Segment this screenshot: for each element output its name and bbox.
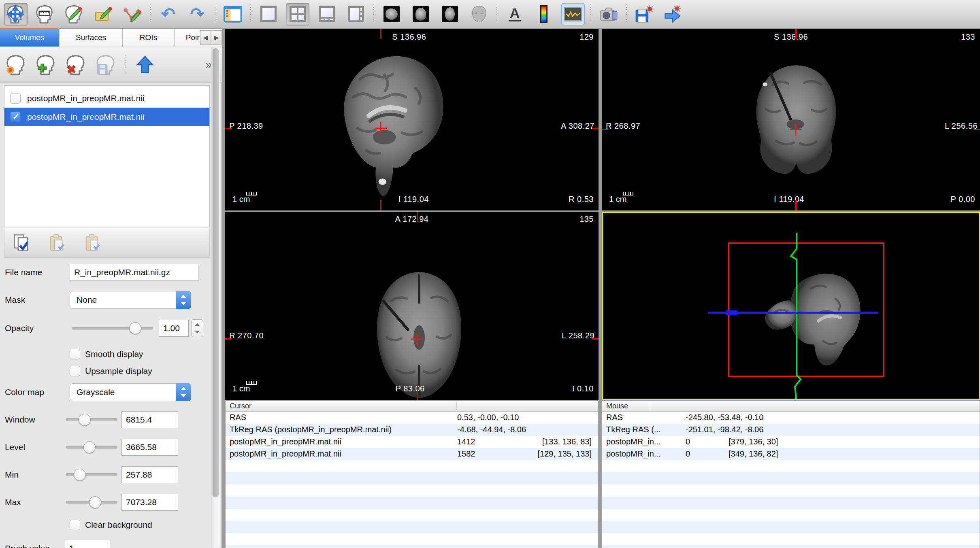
- level-input[interactable]: 3665.58: [121, 439, 178, 456]
- clear-background-checkbox[interactable]: [70, 520, 80, 530]
- level-slider[interactable]: [66, 446, 117, 449]
- window-slider-thumb[interactable]: [79, 414, 91, 426]
- annotation-icon[interactable]: A: [503, 3, 526, 25]
- close-volume-icon[interactable]: [66, 54, 87, 75]
- level-slider-thumb[interactable]: [83, 441, 96, 453]
- crosshair-tick-top: [380, 29, 381, 39]
- max-slider[interactable]: [66, 501, 117, 504]
- min-input[interactable]: 257.88: [121, 466, 178, 483]
- opacity-slider[interactable]: [72, 327, 153, 330]
- volume-list-item-selected[interactable]: postopMR_in_preopMR.mat.nii: [4, 108, 209, 126]
- pointset-edit-tool-icon[interactable]: [121, 3, 144, 25]
- save-volume-icon[interactable]: [96, 54, 117, 75]
- table-row-empty: [602, 484, 980, 497]
- tab-scroll-left-icon[interactable]: ◀: [200, 30, 211, 45]
- brush-value-input[interactable]: 1: [65, 540, 110, 548]
- voxel-edit-tool-icon[interactable]: [62, 3, 86, 25]
- viewport-coronal[interactable]: S 136.96 133 R 268.97 L 256.56 1 cm I 11…: [602, 29, 980, 210]
- toolbar-separator: [250, 4, 251, 24]
- redo-icon[interactable]: ↷: [185, 3, 209, 25]
- tab-rois[interactable]: ROIs: [123, 29, 175, 47]
- color-scale-icon[interactable]: [532, 3, 556, 25]
- tab-scroll-right-icon[interactable]: ▶: [211, 30, 222, 45]
- window-input[interactable]: 6815.4: [121, 411, 178, 428]
- mask-dropdown[interactable]: None: [70, 291, 191, 309]
- roi-edit-tool-icon[interactable]: [92, 3, 115, 25]
- smooth-display-checkbox[interactable]: [70, 349, 80, 359]
- opacity-stepper[interactable]: [191, 319, 203, 337]
- view-3d-icon[interactable]: [467, 3, 491, 25]
- min-slider[interactable]: [66, 473, 117, 476]
- table-row[interactable]: TkReg RAS (postopMR_in_preopMR.mat.nii)-…: [226, 424, 598, 436]
- move-layer-up-icon[interactable]: [135, 55, 155, 74]
- brush-value-row: Brush value 1: [0, 540, 222, 548]
- upsample-display-checkbox[interactable]: [70, 366, 80, 376]
- copy-settings-icon[interactable]: [13, 234, 31, 252]
- orient-label-right: A 308.27: [561, 121, 594, 131]
- max-row: Max 7073.28: [0, 493, 222, 511]
- table-row[interactable]: postopMR_in_preopMR.mat.nii1412[133, 136…: [226, 436, 598, 448]
- viewport-sagittal[interactable]: S 136.96 129 P 218.39 A 308.27 1 cm I 11…: [225, 29, 599, 210]
- max-slider-thumb[interactable]: [89, 496, 101, 508]
- sidebar-scrollbar-thumb[interactable]: [213, 48, 219, 497]
- layout-1x1-icon[interactable]: [257, 3, 280, 25]
- volume-toolbar-overflow-icon[interactable]: »: [205, 58, 211, 71]
- volume-visibility-checkbox[interactable]: [10, 93, 21, 104]
- new-volume-icon[interactable]: [6, 54, 27, 75]
- navigate-tool-icon[interactable]: [4, 3, 28, 25]
- volume-list-item[interactable]: postopMR_in_preopMR.mat.nii: [4, 89, 209, 108]
- min-slider-thumb[interactable]: [74, 469, 86, 481]
- table-row[interactable]: postopMR_in...0[379, 136, 30]: [602, 436, 980, 448]
- max-input[interactable]: 7073.28: [121, 494, 178, 511]
- layout-1x3-icon[interactable]: [315, 3, 339, 25]
- time-course-icon[interactable]: [561, 3, 585, 25]
- table-row[interactable]: postopMR_in...0[349, 136, 82]: [602, 448, 980, 460]
- load-volume-icon[interactable]: [36, 54, 57, 75]
- view-coronal-icon[interactable]: [409, 3, 432, 25]
- goto-pointset-icon[interactable]: [662, 3, 685, 25]
- tab-surfaces[interactable]: Surfaces: [60, 29, 123, 47]
- table-row[interactable]: TkReg RAS (...-251.01, -98.42, -8.06: [602, 424, 980, 436]
- layout-1x3-side-icon[interactable]: [344, 3, 368, 25]
- crosshair-tick-left: [602, 129, 608, 130]
- color-map-label: Color map: [0, 387, 44, 397]
- table-row[interactable]: RAS0.53, -0.00, -0.10: [226, 412, 598, 424]
- view-sagittal-icon[interactable]: [380, 3, 403, 25]
- save-pointset-icon[interactable]: [633, 3, 656, 25]
- crosshair-tick-left: [225, 338, 232, 340]
- volume-visibility-checkbox[interactable]: [10, 112, 21, 122]
- viewport-3d[interactable]: [602, 212, 980, 400]
- volume-list: postopMR_in_preopMR.mat.nii postopMR_in_…: [4, 85, 210, 227]
- level-label: Level: [0, 442, 25, 452]
- opacity-input[interactable]: 1.00: [159, 320, 189, 337]
- coord-label-bottom-right: R 0.53: [569, 195, 594, 204]
- opacity-slider-thumb[interactable]: [129, 322, 141, 334]
- cursor-panel-header: Cursor: [226, 401, 598, 412]
- table-row-empty: [226, 460, 598, 472]
- measure-tool-icon[interactable]: [33, 3, 57, 25]
- screenshot-icon[interactable]: [597, 3, 620, 25]
- table-row[interactable]: RAS-245.80, -53.48, -0.10: [602, 412, 980, 424]
- file-name-input[interactable]: R_in_preopMR.mat.nii.gz: [70, 264, 198, 281]
- crosshair-tick-bottom: [795, 200, 797, 210]
- table-row-empty: [602, 460, 980, 472]
- table-row-empty: [226, 509, 598, 521]
- viewport-axial[interactable]: A 172.94 135 R 270.70 L 258.29 1 cm P 83…: [225, 212, 599, 400]
- toggle-panel-icon[interactable]: [221, 3, 245, 25]
- color-map-dropdown[interactable]: Grayscale: [70, 383, 191, 401]
- sidebar-scrollbar[interactable]: [211, 47, 220, 548]
- opacity-row: Opacity 1.00: [0, 319, 222, 337]
- undo-icon[interactable]: ↶: [156, 3, 180, 25]
- cursor-crosshair: [411, 333, 423, 345]
- table-row[interactable]: postopMR_in_preopMR.mat.nii1582[129, 135…: [226, 448, 598, 460]
- paste-settings-icon[interactable]: [48, 234, 67, 252]
- layout-2x2-icon[interactable]: [286, 3, 309, 25]
- left-panel: Volumes Surfaces ROIs Point S ◀ ▶: [0, 29, 222, 548]
- table-row-empty: [602, 509, 980, 521]
- layer-settings-toolbar: [4, 228, 210, 258]
- paste-settings-all-icon[interactable]: [84, 234, 102, 252]
- window-slider[interactable]: [66, 418, 117, 421]
- mouse-panel-header: Mouse: [602, 401, 980, 412]
- tab-volumes[interactable]: Volumes: [0, 29, 60, 47]
- view-axial-icon[interactable]: [438, 3, 462, 25]
